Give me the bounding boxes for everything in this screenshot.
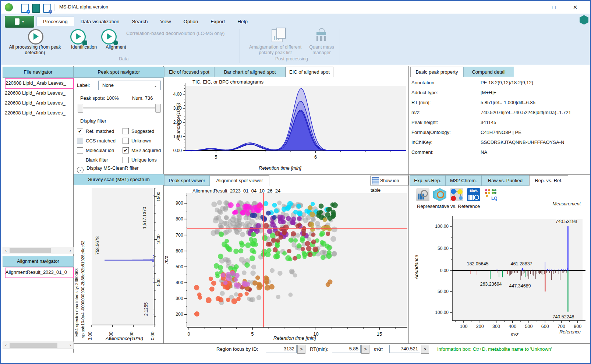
property-label[interactable]: RT [min]: <box>411 100 481 110</box>
msdial-hexagon-icon[interactable] <box>580 15 588 25</box>
peak-spot-slider-handle-right[interactable] <box>155 104 161 113</box>
checkbox-box[interactable] <box>123 138 129 144</box>
tab-raw-vs-purified[interactable]: Raw vs. Purified <box>481 175 529 186</box>
file-navigator-list: 220608 Lipid_ Arab Leaves_220608 Lipid_ … <box>3 78 73 247</box>
menu-tab-view[interactable]: View <box>154 17 177 26</box>
label-dropdown[interactable]: None ⌄ <box>98 81 161 90</box>
checkbox-box[interactable] <box>77 157 83 163</box>
molecular-network-icon[interactable] <box>450 188 463 201</box>
binvestigate-icon[interactable]: BinV. <box>467 188 480 201</box>
property-label[interactable]: InChIKey: <box>411 139 481 149</box>
ms-cleanr-expander[interactable]: ⌄Display MS-CleanR filter <box>77 165 139 173</box>
close-button[interactable]: ✕ <box>569 3 581 11</box>
file-navigator-scrollbar[interactable]: ‹› <box>3 247 74 254</box>
checkbox-unique-ions[interactable]: Unique ions <box>123 155 170 165</box>
property-value[interactable]: 5.851|ref=-1.000|diff=6.85 <box>481 100 590 110</box>
alignment-icon[interactable] <box>101 29 117 45</box>
tab-eic-of-aligned-spot[interactable]: EIC of aligned spot <box>286 67 333 77</box>
identification-label[interactable]: Identification <box>66 45 102 50</box>
checkbox-blank-filter[interactable]: Blank filter <box>77 155 123 165</box>
peak-spot-slider-track[interactable] <box>79 107 160 109</box>
alignment-label[interactable]: Alignment <box>100 45 132 50</box>
svg-text:0.00: 0.00 <box>173 148 182 153</box>
tab-basic-peak-property[interactable]: Basic peak property <box>410 67 463 77</box>
checkbox-suggested[interactable]: Suggested <box>123 126 170 136</box>
spectrum-search-icon[interactable] <box>416 188 429 201</box>
open-project-icon[interactable] <box>32 4 40 13</box>
checkbox-ref-matched[interactable]: ✔Ref. matched <box>77 126 123 136</box>
all-processing-label[interactable]: All processing (from peak detection) <box>4 45 66 56</box>
show-ion-table-button[interactable]: Show ion table <box>370 176 408 185</box>
eic-chromatogram-chart[interactable]: 0.001.002.003.004.0056 <box>164 77 408 174</box>
menu-tab-export[interactable]: Export <box>204 17 231 26</box>
menu-tab-option[interactable]: Option <box>177 17 204 26</box>
checkbox-molecular-ion[interactable]: Molecular ion <box>77 145 123 155</box>
information-box-text: Information box: Ctr+D, metabolite name … <box>437 346 552 352</box>
svg-text:2.00: 2.00 <box>173 120 182 125</box>
file-item[interactable]: 220608 Lipid_ Arab Leaves_ <box>5 108 72 117</box>
property-label[interactable]: Annotation: <box>411 80 481 90</box>
tab-eic-of-focused-spot[interactable]: Eic of focused spot <box>164 67 214 77</box>
mirror-spectrum-chart[interactable]: 100.0050.000.0050.00100.0010020030040050… <box>409 207 591 343</box>
alignment-scatter-chart[interactable]: 200300400500600700800900051015 <box>164 186 408 343</box>
all-processing-icon[interactable] <box>28 29 43 45</box>
identification-icon[interactable] <box>70 29 86 45</box>
tab-alignment-spot-viewer[interactable]: Alignment spot viewer <box>210 175 269 186</box>
file-navigator-header: File navigator <box>3 67 74 78</box>
rt-go-button[interactable]: > <box>361 345 369 354</box>
minimize-button[interactable]: — <box>527 3 539 11</box>
property-label[interactable]: Peak height: <box>411 120 481 130</box>
ion-table-icon <box>372 177 379 184</box>
tab-exp-vs-rep[interactable]: Exp. vs.Rep. <box>410 175 446 186</box>
checkbox-box[interactable]: ✔ <box>77 128 83 134</box>
checkbox-box[interactable] <box>123 157 129 163</box>
property-value[interactable]: C41H74NO8P | PE <box>481 130 590 139</box>
checkbox-box[interactable] <box>123 128 129 134</box>
region-focus-go-button[interactable]: > <box>297 345 305 354</box>
mz-input[interactable]: 740.521 <box>389 345 420 353</box>
checkbox-box[interactable]: ✔ <box>123 147 129 153</box>
property-value[interactable]: 740.52076|ref=740.52248|diff(mDa)=1.721 <box>481 110 590 120</box>
structure-search-icon[interactable] <box>433 188 446 201</box>
menu-tab-data-visualization[interactable]: Data visualization <box>74 17 126 26</box>
property-label[interactable]: Formula|Ontology: <box>411 130 481 139</box>
property-value[interactable]: PE 18:2(9,12)/18:2(9,12) <box>481 80 590 90</box>
checkbox-box[interactable] <box>77 147 83 153</box>
property-value[interactable]: SSCDRSKJTAQNNB-UHFFFAOYSA-N <box>481 139 590 149</box>
tab-compound-detail[interactable]: Compund detail <box>463 67 514 77</box>
maximize-button[interactable]: □ <box>548 3 560 11</box>
lipoquality-icon[interactable]: LQ <box>484 188 497 201</box>
alignment-item[interactable]: AlignmentResult_2023_01_0 <box>5 268 74 278</box>
property-value[interactable]: 341145 <box>481 120 590 130</box>
menu-tab-processing[interactable]: Processing <box>36 17 74 26</box>
tab-peak-spot-viewer[interactable]: Peak spot viewer <box>164 175 210 186</box>
rt-input[interactable]: 5.85 <box>332 345 361 353</box>
file-item[interactable]: 220608 Lipid_ Arab Leaves_ <box>5 88 72 98</box>
tab-ms2-chrom[interactable]: MS2 Chrom. <box>446 175 481 186</box>
peak-spot-slider-handle-left[interactable] <box>78 104 83 113</box>
property-value[interactable]: NA <box>481 149 590 159</box>
label-caption: Label: <box>77 82 90 88</box>
tab-bar-chart-of-aligned-spot[interactable]: Bar chart of aligned spot <box>214 67 286 77</box>
checkbox-box[interactable] <box>77 138 83 144</box>
checkbox-ms2-acquired[interactable]: ✔MS2 acquired <box>123 145 170 155</box>
menu-tab-help[interactable]: Help <box>231 17 254 26</box>
region-focus-input[interactable]: 3132 <box>266 345 297 353</box>
tab-rep-vs-ref[interactable]: Rep. vs. Ref. <box>529 175 568 186</box>
file-item[interactable]: 220608 Lipid_ Arab Leaves_ <box>5 98 72 107</box>
property-value[interactable]: [M+H]+ <box>481 90 590 100</box>
alignment-navigator-scrollbar[interactable]: ‹› <box>3 342 74 349</box>
file-item[interactable]: 220608 Lipid_ Arab Leaves_ <box>5 78 74 89</box>
checkbox-ccs-matched[interactable]: CCS matched <box>77 136 123 145</box>
ms1-spectrum-chart[interactable]: 500100015000.001.002.003.00758.56781,517… <box>74 185 163 343</box>
edit-project-icon[interactable]: ✎ <box>43 4 51 13</box>
new-project-icon[interactable]: + <box>21 4 29 13</box>
svg-text:100.00: 100.00 <box>435 224 449 229</box>
mz-go-button[interactable]: > <box>421 345 429 354</box>
file-menu-button[interactable]: ▾ <box>5 16 34 28</box>
property-label[interactable]: Adduct type: <box>411 90 481 100</box>
property-label[interactable]: Comment: <box>411 149 481 159</box>
property-label[interactable]: m/z: <box>411 110 481 120</box>
menu-tab-search[interactable]: Search <box>126 17 154 26</box>
checkbox-unknown[interactable]: Unknown <box>123 136 170 145</box>
